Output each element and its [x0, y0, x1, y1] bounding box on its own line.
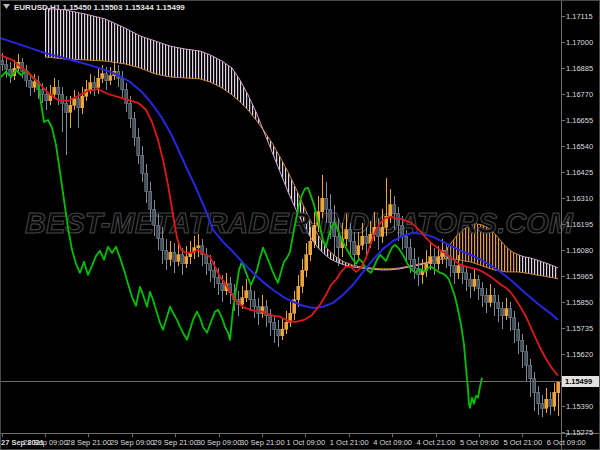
candle-body: [517, 329, 520, 340]
candle-body: [217, 277, 220, 284]
candle-body: [469, 279, 472, 286]
candle-body: [45, 94, 48, 101]
time-tick-label: 28 Sep 09:00: [23, 438, 68, 447]
price-tick-label: 1.16425: [566, 168, 593, 177]
price-tick-label: 1.15965: [566, 272, 593, 281]
candle-body: [457, 266, 460, 273]
candle-body: [433, 257, 436, 264]
candle-body: [41, 90, 44, 95]
candle-body: [349, 230, 352, 241]
candle-body: [169, 252, 172, 259]
candle-body: [213, 270, 216, 277]
candle-body: [141, 155, 144, 173]
price-axis[interactable]: 1.171151.170001.168851.167701.166551.165…: [562, 12, 594, 437]
symbol-dropdown-icon: [3, 4, 10, 9]
candle-body: [129, 103, 132, 119]
candle-body: [493, 295, 496, 302]
price-tick-label: 1.15275: [566, 428, 593, 437]
candle-body: [273, 322, 276, 329]
candle-body: [257, 307, 260, 314]
candle-body: [301, 270, 304, 286]
price-tick-label: 1.15735: [566, 324, 593, 333]
candle-body: [161, 239, 164, 250]
candle-body: [485, 295, 488, 302]
candle-body: [337, 236, 340, 247]
candle-body: [105, 74, 108, 81]
candle-body: [529, 365, 532, 379]
candle-body: [101, 74, 104, 79]
candle-body: [461, 266, 464, 273]
price-tick-label: 1.16655: [566, 116, 593, 125]
candle-body: [209, 264, 212, 271]
price-tick-label: 1.17000: [566, 38, 593, 47]
candle-body: [313, 225, 316, 241]
candle-body: [509, 309, 512, 318]
candle-body: [365, 236, 368, 243]
time-axis[interactable]: 27 Sep 202128 Sep 09:0028 Sep 21:0029 Se…: [1, 434, 586, 448]
candle-body: [149, 191, 152, 209]
candle-body: [81, 96, 84, 107]
candle-body: [537, 392, 540, 403]
watermark: BEST-METATRADER-INDICATORS.COM: [25, 206, 574, 239]
candle-body: [65, 103, 68, 112]
candle-body: [253, 300, 256, 307]
candle-body: [465, 273, 468, 280]
candle-body: [453, 266, 456, 273]
candle-body: [221, 284, 224, 291]
candle-body: [157, 225, 160, 239]
candle-body: [33, 82, 36, 88]
candle-body: [409, 248, 412, 259]
price-tick-label: 1.15390: [566, 402, 593, 411]
candle-body: [165, 250, 168, 259]
chart-title: EURUSD,H1 1.15450 1.15503 1.15344 1.1549…: [3, 3, 185, 12]
candle-body: [325, 198, 328, 209]
candle-body: [153, 209, 156, 225]
candle-body: [269, 316, 272, 323]
candle-body: [545, 399, 548, 408]
price-chart[interactable]: EURUSD,H1 1.15450 1.15503 1.15344 1.1549…: [0, 0, 600, 450]
candle-body: [121, 78, 124, 89]
candle-body: [405, 236, 408, 247]
time-tick-label: 1 Oct 21:00: [330, 438, 369, 447]
candle-body: [137, 137, 140, 155]
price-tick-label: 1.15620: [566, 350, 593, 359]
price-tick-label: 1.15850: [566, 298, 593, 307]
candle-body: [249, 291, 252, 300]
candle-body: [241, 298, 244, 305]
candle-body: [541, 404, 544, 409]
candle-body: [297, 286, 300, 300]
time-tick-label: 5 Oct 09:00: [460, 438, 499, 447]
time-tick-label: 4 Oct 21:00: [417, 438, 456, 447]
candle-body: [285, 322, 288, 329]
candle-body: [501, 309, 504, 316]
candle-body: [61, 94, 64, 103]
candle-body: [481, 288, 484, 295]
candle-body: [281, 329, 284, 336]
candle-body: [473, 279, 476, 286]
candle-body: [497, 302, 500, 309]
candle-body: [513, 318, 516, 329]
current-price-text: 1.15499: [565, 377, 592, 386]
candle-body: [93, 83, 96, 88]
candle-body: [177, 255, 180, 262]
price-tick-label: 1.17115: [566, 12, 593, 21]
candle-body: [549, 399, 552, 406]
candle-body: [305, 255, 308, 271]
candle-body: [361, 236, 364, 245]
candle-body: [309, 241, 312, 255]
price-tick-label: 1.16080: [566, 246, 593, 255]
candle-body: [277, 329, 280, 336]
time-tick-label: 28 Sep 21:00: [66, 438, 111, 447]
candle-body: [553, 392, 556, 406]
candle-body: [381, 227, 384, 236]
price-tick-label: 1.16885: [566, 64, 593, 73]
candle-body: [53, 87, 56, 94]
candle-body: [133, 119, 136, 137]
candle-body: [525, 352, 528, 366]
candle-body: [357, 246, 360, 255]
price-tick-label: 1.16310: [566, 194, 593, 203]
candle-body: [173, 252, 176, 261]
candle-body: [77, 99, 80, 108]
time-tick-label: 1 Oct 09:00: [286, 438, 325, 447]
candle-body: [89, 83, 92, 90]
